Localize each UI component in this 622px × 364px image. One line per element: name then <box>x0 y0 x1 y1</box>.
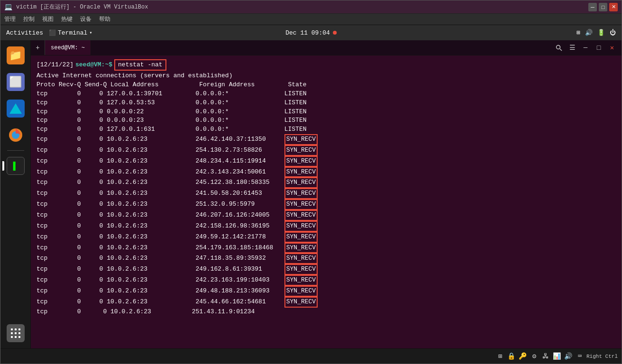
dock-item-apps[interactable] <box>4 322 27 345</box>
menu-help[interactable]: 帮助 <box>99 15 110 23</box>
gnome-left: Activities ⬛ Terminal ▾ <box>6 29 92 36</box>
syn-recv-badge: SYN_RECV <box>284 253 318 264</box>
close-button[interactable]: ✕ <box>609 3 618 11</box>
connection-row: tcp 0 0 10.0.2.6:23 248.234.4.115:19914 … <box>37 156 616 167</box>
network-monitor-icon <box>7 100 25 118</box>
taskbar-icon-5[interactable]: 🖧 <box>541 352 550 361</box>
terminal-dropdown-icon[interactable]: ▾ <box>89 30 92 36</box>
syn-recv-badge: SYN_RECV <box>284 188 318 199</box>
connections-container: tcp 0 0 127.0.0.1:39701 0.0.0.0:* LISTEN… <box>37 90 616 308</box>
syn-recv-badge: SYN_RECV <box>284 177 318 188</box>
tab-new-button[interactable]: + <box>31 40 45 55</box>
syn-recv-badge: SYN_RECV <box>284 134 318 145</box>
window-icon: 💻 <box>4 3 12 11</box>
taskbar-icon-4[interactable]: ⚙ <box>530 352 539 361</box>
screenshot-icon: ⬜ <box>7 73 25 91</box>
maximize-button[interactable]: □ <box>599 3 607 11</box>
apps-grid-icon <box>7 324 25 342</box>
syn-recv-badge: SYN_RECV <box>284 210 318 221</box>
dock-item-screenshot[interactable]: ⬜ <box>4 71 27 93</box>
syn-recv-badge: SYN_RECV <box>284 275 318 286</box>
dock-item-files[interactable]: 📁 <box>4 44 27 67</box>
terminal-main: + seed@VM: ~ ☰ ─ □ ✕ <box>31 40 622 348</box>
connection-row: tcp 0 0 10.0.2.6:23 245.122.38.180:58335… <box>37 177 616 188</box>
taskbar-icon-6[interactable]: 📊 <box>552 352 562 361</box>
connection-row: tcp 0 0 0.0.0.0:22 0.0.0.0:* LISTEN <box>37 108 616 117</box>
svg-marker-0 <box>9 103 22 114</box>
dock-separator <box>7 150 24 151</box>
network-icon[interactable]: ⊞ <box>576 29 580 36</box>
connection-row: tcp 0 0 10.0.2.6:23 247.118.35.89:35932 … <box>37 253 616 264</box>
svg-rect-4 <box>15 328 17 330</box>
syn-recv-badge: SYN_RECV <box>284 145 318 156</box>
terminal-tab-active[interactable]: seed@VM: ~ <box>45 40 91 55</box>
window-title: victim [正在运行] - Oracle VM VirtualBox <box>16 3 148 11</box>
terminal-output[interactable]: [12/11/22] seed@VM:~$ netstat -nat Activ… <box>31 55 622 348</box>
tab-maximize-button[interactable]: □ <box>593 42 604 54</box>
notification-dot <box>333 31 337 35</box>
syn-recv-badge: SYN_RECV <box>284 243 318 254</box>
taskbar-icon-7[interactable]: 🔊 <box>564 352 573 361</box>
svg-rect-7 <box>15 332 17 334</box>
files-icon: 📁 <box>7 46 25 64</box>
syn-recv-badge: SYN_RECV <box>284 156 318 167</box>
dock-item-firefox[interactable] <box>4 124 27 146</box>
connection-row: tcp 0 0 10.0.2.6:23 246.207.16.126:24005… <box>37 210 616 221</box>
connection-row: tcp 0 0 10.0.2.6:23 241.50.58.20:61453 S… <box>37 188 616 199</box>
window-controls: ─ □ ✕ <box>588 3 618 11</box>
title-bar-left: 💻 victim [正在运行] - Oracle VM VirtualBox <box>4 3 148 11</box>
connection-row: tcp 0 0 10.0.2.6:23 242.23.163.199:10403… <box>37 275 616 286</box>
dock-item-network[interactable] <box>4 97 27 120</box>
connection-row: tcp 0 0 10.0.2.6:23 242.3.143.234:50061 … <box>37 167 616 178</box>
syn-recv-badge: SYN_RECV <box>284 232 318 243</box>
gnome-topbar: Activities ⬛ Terminal ▾ Dec 11 09:04 ⊞ 🔊… <box>0 25 622 40</box>
connection-row: tcp 0 0 10.0.2.6:23 242.158.126.98:36195… <box>37 221 616 232</box>
partial-line: tcp 0 0 10.0.2.6:23 251.43.11.9:01234 <box>37 308 616 317</box>
volume-icon[interactable]: 🔊 <box>585 29 593 36</box>
dock: 📁 ⬜ <box>0 40 31 348</box>
svg-rect-8 <box>18 332 20 334</box>
connection-row: tcp 0 0 127.0.0.53:53 0.0.0.0:* LISTEN <box>37 99 616 108</box>
tab-minimize-button[interactable]: ─ <box>580 42 591 54</box>
gnome-datetime: Dec 11 09:04 <box>285 29 330 36</box>
taskbar-icon-3[interactable]: 🔑 <box>518 352 528 361</box>
terminal-app-label: ⬛ Terminal ▾ <box>49 29 92 36</box>
menu-view[interactable]: 视图 <box>42 15 54 23</box>
terminal-container: 📁 ⬜ <box>0 40 622 348</box>
syn-recv-badge: SYN_RECV <box>284 167 318 178</box>
firefox-icon <box>7 126 25 144</box>
taskbar-label: Right Ctrl <box>586 354 618 359</box>
prompt-date: [12/11/22] <box>37 61 73 69</box>
activities-button[interactable]: Activities <box>6 29 43 36</box>
menu-manage[interactable]: 管理 <box>4 15 16 23</box>
menu-bar: 管理 控制 视图 热键 设备 帮助 <box>0 14 622 25</box>
tab-close-button[interactable]: ✕ <box>606 42 618 54</box>
tab-label: seed@VM: ~ <box>51 45 85 51</box>
connection-row: tcp 0 0 127.0.0.1:631 0.0.0.0:* LISTEN <box>37 125 616 134</box>
dock-item-terminal[interactable]: ▌ <box>4 155 27 177</box>
terminal-tab-actions: ☰ ─ □ ✕ <box>553 40 622 55</box>
output-header: Active Internet connections (servers and… <box>37 72 616 81</box>
taskbar-icon-2[interactable]: 🔒 <box>507 352 516 361</box>
search-button[interactable] <box>553 42 565 54</box>
window-title-bar: 💻 victim [正在运行] - Oracle VM VirtualBox ─… <box>0 0 622 14</box>
svg-rect-3 <box>11 328 13 330</box>
command-highlight: netstat -nat <box>114 59 166 71</box>
connection-row: tcp 0 0 10.0.2.6:23 254.130.2.73:58826 S… <box>37 145 616 156</box>
menu-devices[interactable]: 设备 <box>80 15 91 23</box>
menu-hotkeys[interactable]: 热键 <box>61 15 73 23</box>
svg-rect-9 <box>11 336 13 338</box>
system-menu-icon[interactable]: ⏻ <box>610 29 616 36</box>
state-column-header: State <box>288 81 307 88</box>
connection-row: tcp 0 0 10.0.2.6:23 254.179.163.185:1846… <box>37 243 616 254</box>
minimize-button[interactable]: ─ <box>588 3 597 11</box>
battery-icon[interactable]: 🔋 <box>597 29 605 36</box>
gnome-right: ⊞ 🔊 🔋 ⏻ <box>576 29 616 36</box>
taskbar: ⊞ 🔒 🔑 ⚙ 🖧 📊 🔊 ⌨ Right Ctrl <box>0 348 622 364</box>
connection-row: tcp 0 0 10.0.2.6:23 245.44.66.162:54681 … <box>37 297 616 308</box>
connection-row: tcp 0 0 10.0.2.6:23 246.42.140.37:11350 … <box>37 134 616 145</box>
hamburger-button[interactable]: ☰ <box>567 42 578 54</box>
taskbar-icon-8[interactable]: ⌨ <box>575 352 585 361</box>
menu-control[interactable]: 控制 <box>23 15 35 23</box>
taskbar-icon-1[interactable]: ⊞ <box>495 352 505 361</box>
